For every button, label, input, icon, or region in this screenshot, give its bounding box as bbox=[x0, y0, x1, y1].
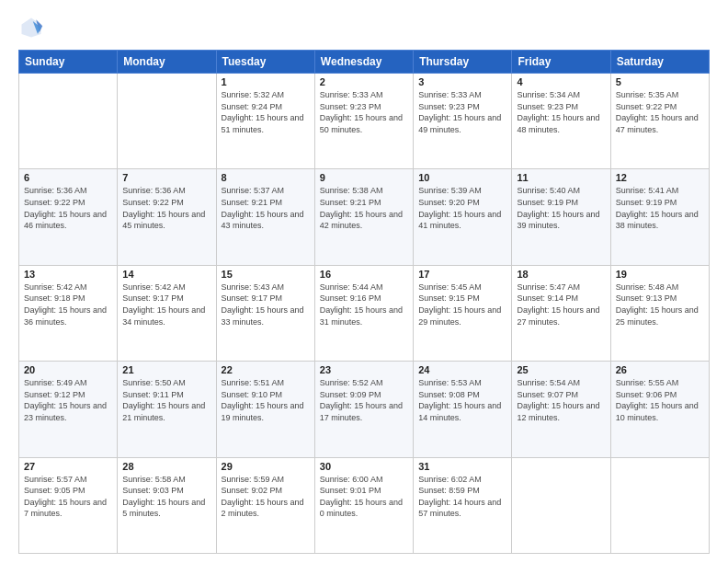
day-number: 20 bbox=[24, 364, 112, 375]
day-number: 9 bbox=[320, 172, 408, 183]
day-number: 15 bbox=[222, 269, 310, 280]
day-info: Sunrise: 5:38 AMSunset: 9:21 PMDaylight:… bbox=[320, 185, 408, 231]
calendar-week-3: 13Sunrise: 5:42 AMSunset: 9:18 PMDayligh… bbox=[19, 265, 710, 361]
calendar-cell: 11Sunrise: 5:40 AMSunset: 9:19 PMDayligh… bbox=[512, 169, 610, 265]
day-number: 30 bbox=[320, 461, 408, 472]
day-info: Sunrise: 5:40 AMSunset: 9:19 PMDaylight:… bbox=[517, 185, 605, 231]
calendar-cell: 10Sunrise: 5:39 AMSunset: 9:20 PMDayligh… bbox=[414, 169, 512, 265]
calendar-cell: 24Sunrise: 5:53 AMSunset: 9:08 PMDayligh… bbox=[414, 362, 512, 457]
weekday-header-thursday: Thursday bbox=[414, 51, 512, 74]
day-info: Sunrise: 5:36 AMSunset: 9:22 PMDaylight:… bbox=[24, 185, 112, 231]
calendar-week-1: 1Sunrise: 5:32 AMSunset: 9:24 PMDaylight… bbox=[19, 74, 710, 169]
calendar-cell: 26Sunrise: 5:55 AMSunset: 9:06 PMDayligh… bbox=[610, 362, 709, 457]
calendar-cell: 6Sunrise: 5:36 AMSunset: 9:22 PMDaylight… bbox=[19, 169, 118, 265]
header bbox=[18, 15, 710, 40]
day-number: 10 bbox=[418, 172, 506, 183]
calendar-cell: 15Sunrise: 5:43 AMSunset: 9:17 PMDayligh… bbox=[216, 265, 314, 361]
day-number: 4 bbox=[517, 76, 605, 87]
calendar-cell: 31Sunrise: 6:02 AMSunset: 8:59 PMDayligh… bbox=[414, 457, 512, 553]
day-info: Sunrise: 5:42 AMSunset: 9:17 PMDaylight:… bbox=[122, 282, 210, 327]
day-number: 18 bbox=[517, 269, 605, 280]
day-info: Sunrise: 5:53 AMSunset: 9:08 PMDaylight:… bbox=[418, 377, 506, 423]
calendar-week-4: 20Sunrise: 5:49 AMSunset: 9:12 PMDayligh… bbox=[19, 362, 710, 457]
weekday-header-monday: Monday bbox=[118, 51, 216, 74]
day-info: Sunrise: 5:54 AMSunset: 9:07 PMDaylight:… bbox=[517, 377, 605, 423]
day-info: Sunrise: 5:33 AMSunset: 9:23 PMDaylight:… bbox=[320, 89, 408, 135]
day-number: 5 bbox=[616, 76, 704, 87]
day-info: Sunrise: 5:52 AMSunset: 9:09 PMDaylight:… bbox=[320, 377, 408, 423]
calendar-cell: 30Sunrise: 6:00 AMSunset: 9:01 PMDayligh… bbox=[314, 457, 413, 553]
calendar-cell bbox=[610, 457, 709, 553]
day-info: Sunrise: 5:45 AMSunset: 9:15 PMDaylight:… bbox=[418, 282, 506, 327]
calendar-cell: 20Sunrise: 5:49 AMSunset: 9:12 PMDayligh… bbox=[19, 362, 118, 457]
day-info: Sunrise: 5:51 AMSunset: 9:10 PMDaylight:… bbox=[222, 377, 310, 423]
day-number: 25 bbox=[517, 364, 605, 375]
calendar-cell: 22Sunrise: 5:51 AMSunset: 9:10 PMDayligh… bbox=[216, 362, 314, 457]
day-number: 31 bbox=[418, 461, 506, 472]
day-info: Sunrise: 5:48 AMSunset: 9:13 PMDaylight:… bbox=[616, 282, 704, 327]
calendar-week-5: 27Sunrise: 5:57 AMSunset: 9:05 PMDayligh… bbox=[19, 457, 710, 553]
calendar-cell: 18Sunrise: 5:47 AMSunset: 9:14 PMDayligh… bbox=[512, 265, 610, 361]
logo-icon bbox=[18, 15, 44, 40]
day-number: 13 bbox=[24, 269, 112, 280]
calendar-cell: 28Sunrise: 5:58 AMSunset: 9:03 PMDayligh… bbox=[118, 457, 216, 553]
day-info: Sunrise: 5:55 AMSunset: 9:06 PMDaylight:… bbox=[616, 377, 704, 423]
day-number: 29 bbox=[222, 461, 310, 472]
day-info: Sunrise: 5:35 AMSunset: 9:22 PMDaylight:… bbox=[616, 89, 704, 135]
day-number: 16 bbox=[320, 269, 408, 280]
calendar-week-2: 6Sunrise: 5:36 AMSunset: 9:22 PMDaylight… bbox=[19, 169, 710, 265]
day-info: Sunrise: 5:57 AMSunset: 9:05 PMDaylight:… bbox=[24, 474, 112, 520]
calendar-cell bbox=[19, 74, 118, 169]
calendar-cell: 16Sunrise: 5:44 AMSunset: 9:16 PMDayligh… bbox=[314, 265, 413, 361]
day-number: 7 bbox=[122, 172, 210, 183]
day-number: 1 bbox=[222, 76, 310, 87]
weekday-header-row: SundayMondayTuesdayWednesdayThursdayFrid… bbox=[19, 51, 710, 74]
day-info: Sunrise: 5:49 AMSunset: 9:12 PMDaylight:… bbox=[24, 377, 112, 423]
calendar-cell: 27Sunrise: 5:57 AMSunset: 9:05 PMDayligh… bbox=[19, 457, 118, 553]
day-info: Sunrise: 5:43 AMSunset: 9:17 PMDaylight:… bbox=[222, 282, 310, 327]
day-number: 2 bbox=[320, 76, 408, 87]
weekday-header-saturday: Saturday bbox=[610, 51, 709, 74]
day-info: Sunrise: 5:44 AMSunset: 9:16 PMDaylight:… bbox=[320, 282, 408, 327]
calendar-cell: 9Sunrise: 5:38 AMSunset: 9:21 PMDaylight… bbox=[314, 169, 413, 265]
day-number: 11 bbox=[517, 172, 605, 183]
weekday-header-friday: Friday bbox=[512, 51, 610, 74]
day-info: Sunrise: 5:39 AMSunset: 9:20 PMDaylight:… bbox=[418, 185, 506, 231]
day-info: Sunrise: 6:02 AMSunset: 8:59 PMDaylight:… bbox=[418, 474, 506, 520]
day-number: 19 bbox=[616, 269, 704, 280]
day-info: Sunrise: 5:47 AMSunset: 9:14 PMDaylight:… bbox=[517, 282, 605, 327]
calendar-cell: 1Sunrise: 5:32 AMSunset: 9:24 PMDaylight… bbox=[216, 74, 314, 169]
day-info: Sunrise: 6:00 AMSunset: 9:01 PMDaylight:… bbox=[320, 474, 408, 520]
weekday-header-tuesday: Tuesday bbox=[216, 51, 314, 74]
day-info: Sunrise: 5:33 AMSunset: 9:23 PMDaylight:… bbox=[418, 89, 506, 135]
calendar-cell: 23Sunrise: 5:52 AMSunset: 9:09 PMDayligh… bbox=[314, 362, 413, 457]
calendar-cell: 3Sunrise: 5:33 AMSunset: 9:23 PMDaylight… bbox=[414, 74, 512, 169]
calendar-cell: 21Sunrise: 5:50 AMSunset: 9:11 PMDayligh… bbox=[118, 362, 216, 457]
day-number: 24 bbox=[418, 364, 506, 375]
day-info: Sunrise: 5:50 AMSunset: 9:11 PMDaylight:… bbox=[122, 377, 210, 423]
day-number: 8 bbox=[222, 172, 310, 183]
day-info: Sunrise: 5:59 AMSunset: 9:02 PMDaylight:… bbox=[222, 474, 310, 520]
day-number: 14 bbox=[122, 269, 210, 280]
calendar-cell: 7Sunrise: 5:36 AMSunset: 9:22 PMDaylight… bbox=[118, 169, 216, 265]
day-number: 26 bbox=[616, 364, 704, 375]
calendar-cell: 2Sunrise: 5:33 AMSunset: 9:23 PMDaylight… bbox=[314, 74, 413, 169]
calendar-page: SundayMondayTuesdayWednesdayThursdayFrid… bbox=[0, 0, 728, 563]
day-info: Sunrise: 5:37 AMSunset: 9:21 PMDaylight:… bbox=[222, 185, 310, 231]
calendar-table: SundayMondayTuesdayWednesdayThursdayFrid… bbox=[18, 50, 710, 554]
calendar-cell: 25Sunrise: 5:54 AMSunset: 9:07 PMDayligh… bbox=[512, 362, 610, 457]
calendar-cell: 12Sunrise: 5:41 AMSunset: 9:19 PMDayligh… bbox=[610, 169, 709, 265]
calendar-cell: 4Sunrise: 5:34 AMSunset: 9:23 PMDaylight… bbox=[512, 74, 610, 169]
day-number: 28 bbox=[122, 461, 210, 472]
day-number: 23 bbox=[320, 364, 408, 375]
calendar-cell: 19Sunrise: 5:48 AMSunset: 9:13 PMDayligh… bbox=[610, 265, 709, 361]
calendar-cell: 14Sunrise: 5:42 AMSunset: 9:17 PMDayligh… bbox=[118, 265, 216, 361]
day-number: 21 bbox=[122, 364, 210, 375]
day-info: Sunrise: 5:42 AMSunset: 9:18 PMDaylight:… bbox=[24, 282, 112, 327]
day-info: Sunrise: 5:34 AMSunset: 9:23 PMDaylight:… bbox=[517, 89, 605, 135]
calendar-cell: 13Sunrise: 5:42 AMSunset: 9:18 PMDayligh… bbox=[19, 265, 118, 361]
day-number: 27 bbox=[24, 461, 112, 472]
day-number: 12 bbox=[616, 172, 704, 183]
calendar-cell: 17Sunrise: 5:45 AMSunset: 9:15 PMDayligh… bbox=[414, 265, 512, 361]
day-number: 6 bbox=[24, 172, 112, 183]
